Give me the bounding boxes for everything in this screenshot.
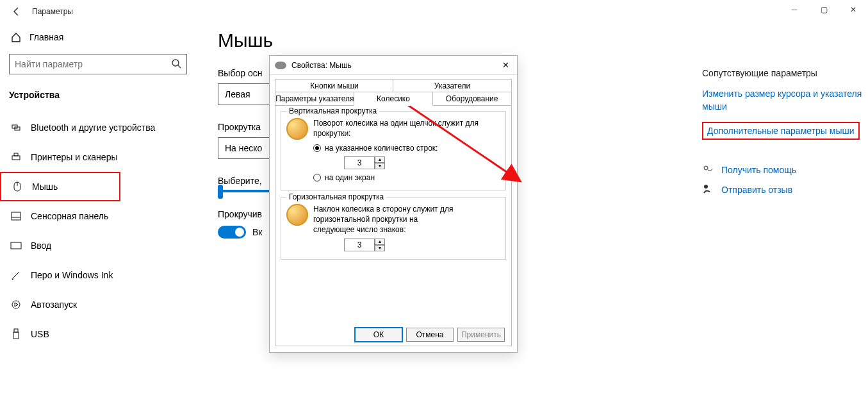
svg-point-15 [704,166,708,170]
help-label: Получить помощь [721,165,796,175]
sidebar-item-label: Сенсорная панель [31,211,108,221]
spin-down[interactable]: ▼ [375,245,385,251]
radio-lines[interactable]: на указанное количество строк: [313,144,500,153]
tab-hardware[interactable]: Оборудование [432,92,512,106]
spin-down[interactable]: ▼ [375,163,385,169]
sidebar-item-bluetooth[interactable]: Bluetooth и другие устройства [0,113,205,142]
svg-rect-4 [14,153,18,156]
keyboard-icon [9,242,23,249]
link-cursor-size[interactable]: Изменить размер курсора и указателя мыши [702,87,862,113]
svg-point-12 [12,301,20,308]
close-button[interactable]: ✕ [839,0,868,19]
feedback-link[interactable]: Отправить отзыв [702,183,862,196]
horizontal-chars-input[interactable] [344,239,375,251]
link-additional-mouse[interactable]: Дополнительные параметры мыши [702,122,860,140]
slider-thumb[interactable] [218,185,223,199]
wheel-horizontal-icon [286,204,308,226]
bluetooth-icon [9,122,23,133]
home-icon [9,31,23,43]
sidebar-item-label: Принтеры и сканеры [31,152,117,162]
inactive-scroll-toggle[interactable] [218,226,246,239]
svg-rect-14 [13,332,19,339]
page-title: Мышь [218,29,621,51]
dialog-titlebar[interactable]: Свойства: Мышь ✕ [270,56,517,75]
sidebar-item-mouse[interactable]: Мышь [0,172,120,201]
cancel-button[interactable]: Отмена [406,328,454,342]
wheel-vertical-icon [286,118,308,140]
maximize-button[interactable]: ▢ [809,0,839,19]
ok-button[interactable]: ОК [355,328,402,342]
sidebar-item-printers[interactable]: Принтеры и сканеры [0,142,205,172]
horizontal-scroll-text: Наклон колесика в сторону служит для гор… [313,204,454,235]
pen-icon [9,270,23,280]
search-icon [171,58,181,71]
svg-point-0 [172,60,179,66]
minimize-button[interactable]: ─ [780,0,809,19]
printer-icon [9,152,23,162]
tab-pointer-options[interactable]: Параметры указателя [275,92,355,106]
tab-wheel[interactable]: Колесико [354,92,434,106]
sidebar-item-pen[interactable]: Перо и Windows Ink [0,260,205,290]
feedback-label: Отправить отзыв [721,185,792,195]
mouse-icon [10,181,24,192]
dialog-title: Свойства: Мышь [291,61,499,70]
tab-buttons[interactable]: Кнопки мыши [275,79,394,93]
home-label: Главная [29,32,63,42]
spin-up[interactable]: ▲ [375,239,385,245]
mouse-properties-dialog: Свойства: Мышь ✕ Кнопки мыши Указатели П… [269,55,518,353]
home-nav[interactable]: Главная [9,23,205,51]
mouse-dialog-icon [275,62,286,69]
related-settings-heading: Сопутствующие параметры [702,68,862,78]
sidebar-item-label: Перо и Windows Ink [31,270,113,280]
sidebar-item-label: USB [31,329,49,339]
usb-icon [9,328,23,340]
svg-rect-7 [12,212,20,220]
tab-pointers[interactable]: Указатели [393,79,512,93]
sidebar-item-label: Bluetooth и другие устройства [31,122,155,133]
svg-point-16 [704,185,708,189]
feedback-icon [702,183,716,196]
radio-screen-input[interactable] [313,174,321,181]
autoplay-icon [9,299,23,310]
sidebar-item-label: Мышь [32,181,58,192]
sidebar-item-typing[interactable]: Ввод [0,231,205,260]
touchpad-icon [9,212,23,221]
sidebar-item-autoplay[interactable]: Автозапуск [0,290,205,319]
horizontal-scroll-legend: Горизонтальная прокрутка [286,192,386,201]
search-input[interactable] [15,59,171,69]
radio-lines-label: на указанное количество строк: [325,144,438,153]
vertical-lines-input[interactable] [344,156,375,169]
sidebar-item-usb[interactable]: USB [0,319,205,349]
sidebar-item-label: Ввод [31,240,51,251]
sidebar-item-touchpad[interactable]: Сенсорная панель [0,201,205,231]
vertical-scroll-legend: Вертикальная прокрутка [286,106,379,115]
back-button[interactable] [8,3,26,21]
radio-screen-label: на один экран [325,173,375,182]
sidebar-item-label: Автозапуск [31,299,77,310]
get-help-link[interactable]: Получить помощь [702,163,862,176]
category-title: Устройства [9,90,205,100]
radio-lines-input[interactable] [313,144,321,152]
radio-screen[interactable]: на один экран [313,173,500,182]
svg-rect-9 [11,242,21,249]
toggle-state-label: Вк [252,227,262,237]
combo-value: Левая [225,89,250,99]
window-title: Параметры [32,7,73,16]
combo-value: На неско [225,143,262,153]
help-icon [702,163,716,176]
svg-rect-13 [14,329,18,332]
spin-up[interactable]: ▲ [375,156,385,163]
search-box[interactable] [9,54,187,74]
vertical-scroll-text: Поворот колесика на один щелчок служит д… [313,118,500,140]
svg-rect-3 [12,156,20,160]
dialog-close-button[interactable]: ✕ [499,60,512,70]
apply-button[interactable]: Применить [457,328,505,342]
